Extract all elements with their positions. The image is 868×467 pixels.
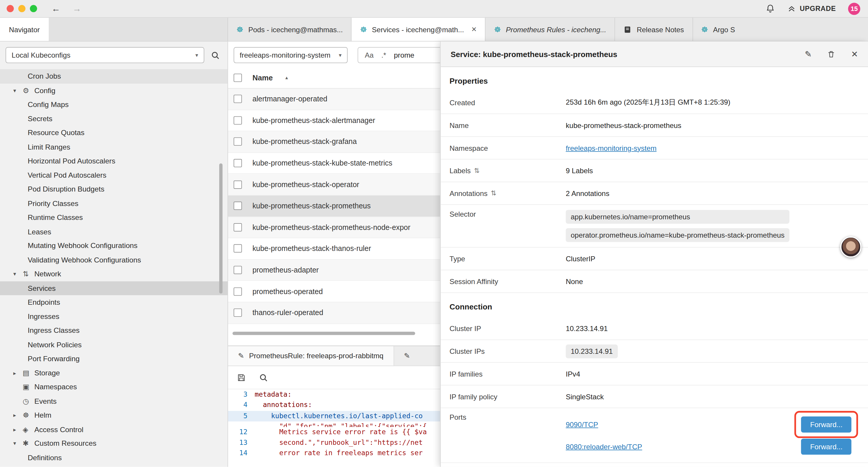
line-number: 3 <box>228 389 255 400</box>
row-checkbox[interactable] <box>234 309 242 317</box>
ip-family-policy-label: IP family policy <box>450 392 565 401</box>
dock-tab-prometheusrule[interactable]: ✎ PrometheusRule: freeleaps-prod-rabbitm… <box>228 346 394 366</box>
tab-services[interactable]: ☸ Services - icecheng@math... ✕ <box>351 18 486 41</box>
sidebar-item-network[interactable]: ▾ ⇅ Network <box>0 267 227 281</box>
sidebar-item-vertical-pod-autoscalers[interactable]: Vertical Pod Autoscalers <box>0 168 227 182</box>
search-icon[interactable] <box>211 51 220 59</box>
row-checkbox[interactable] <box>234 180 242 188</box>
sidebar-item-ingress-classes[interactable]: Ingress Classes <box>0 323 227 338</box>
sidebar-item-namespaces[interactable]: ▣ Namespaces <box>0 380 227 394</box>
chevron-down-icon[interactable]: ▾ <box>13 440 23 447</box>
row-checkbox[interactable] <box>234 116 242 124</box>
sidebar-item-config-maps[interactable]: Config Maps <box>0 97 227 112</box>
notification-badge[interactable]: 15 <box>848 2 860 14</box>
sidebar-item-horizontal-pod-autoscalers[interactable]: Horizontal Pod Autoscalers <box>0 154 227 168</box>
selector-badge[interactable]: operator.prometheus.io/name=kube-prometh… <box>566 228 789 242</box>
forward-icon[interactable]: → <box>72 4 81 13</box>
row-checkbox[interactable] <box>234 138 242 146</box>
row-checkbox[interactable] <box>234 95 242 103</box>
sidebar-item-secrets[interactable]: Secrets <box>0 112 227 126</box>
regex-toggle[interactable]: .* <box>381 51 386 59</box>
sidebar-item-storage[interactable]: ▸ ▤ Storage <box>0 366 227 380</box>
chevron-right-icon[interactable]: ▸ <box>13 412 23 418</box>
sidebar-scrollbar[interactable] <box>219 164 222 293</box>
sidebar-item-events[interactable]: ◷ Events <box>0 394 227 408</box>
trash-icon[interactable] <box>827 50 836 59</box>
tab-navigator[interactable]: Navigator <box>0 18 49 41</box>
sort-icon[interactable]: ⇅ <box>474 167 479 174</box>
sidebar-item-network-policies[interactable]: Network Policies <box>0 338 227 352</box>
sidebar-item-services[interactable]: Services <box>0 281 227 295</box>
sidebar-item-custom-resources[interactable]: ▾ ✱ Custom Resources <box>0 436 227 450</box>
chevron-down-icon[interactable]: ▾ <box>13 271 23 277</box>
sidebar-item-resource-quotas[interactable]: Resource Quotas <box>0 126 227 140</box>
avatar[interactable] <box>840 236 861 258</box>
save-icon[interactable] <box>237 373 246 382</box>
upgrade-button[interactable]: UPGRADE <box>787 5 836 12</box>
row-checkbox[interactable] <box>234 223 242 231</box>
navigator-header: Navigator <box>0 18 228 41</box>
horizontal-scrollbar[interactable] <box>232 331 415 334</box>
tab-release-notes[interactable]: Release Notes <box>615 18 693 41</box>
tab-pods[interactable]: ☸ Pods - icecheng@mathmas... <box>228 18 351 41</box>
sidebar-item-mutating-webhook-configurations[interactable]: Mutating Webhook Configurations <box>0 239 227 253</box>
sidebar-item-cron-jobs[interactable]: Cron Jobs <box>0 69 227 83</box>
sidebar-item-definitions[interactable]: Definitions <box>0 450 227 465</box>
chevron-right-icon[interactable]: ▸ <box>13 426 23 432</box>
namespace-select[interactable]: freeleaps-monitoring-system ▾ <box>234 47 348 63</box>
chevron-right-icon[interactable]: ▸ <box>13 370 23 376</box>
namespace-label: Namespace <box>450 144 565 152</box>
kubeconfig-select-value: Local Kubeconfigs <box>11 51 70 59</box>
sidebar-item-config[interactable]: ▾ ⚙ Config <box>0 83 227 97</box>
sidebar-item-pod-disruption-budgets[interactable]: Pod Disruption Budgets <box>0 182 227 196</box>
bell-icon[interactable] <box>766 4 775 13</box>
match-case-toggle[interactable]: Aa <box>365 51 374 59</box>
chevron-down-icon[interactable]: ▾ <box>13 87 23 94</box>
search-icon[interactable] <box>259 373 268 382</box>
cluster-ips-row: Cluster IPs 10.233.14.91 <box>440 340 868 363</box>
helm-icon: ☸ <box>23 411 34 419</box>
sidebar-item-limit-ranges[interactable]: Limit Ranges <box>0 140 227 154</box>
edit-icon[interactable]: ✎ <box>805 49 812 59</box>
sidebar-item-runtime-classes[interactable]: Runtime Classes <box>0 210 227 225</box>
sidebar-item-access-control[interactable]: ▸ ◈ Access Control <box>0 422 227 437</box>
storage-icon: ▤ <box>23 369 34 377</box>
tab-prometheus-rules[interactable]: ☸ Prometheus Rules - icecheng... <box>486 18 615 41</box>
select-all-checkbox[interactable] <box>234 74 242 82</box>
namespace-link[interactable]: freeleaps-monitoring-system <box>566 144 656 152</box>
name-column-header[interactable]: Name <box>252 74 273 82</box>
back-icon[interactable]: ← <box>52 4 60 13</box>
row-checkbox[interactable] <box>234 266 242 274</box>
sidebar-item-label: Ingresses <box>28 312 59 320</box>
annotations-count[interactable]: 2 Annotations <box>566 189 610 198</box>
close-tab-icon[interactable]: ✕ <box>471 25 477 33</box>
minimize-window-button[interactable] <box>18 5 25 12</box>
network-icon: ⇅ <box>23 270 34 278</box>
sidebar-item-label: Priority Classes <box>28 199 79 207</box>
selector-badge[interactable]: app.kubernetes.io/name=prometheus <box>566 210 789 224</box>
close-window-button[interactable] <box>6 5 13 12</box>
sidebar-item-priority-classes[interactable]: Priority Classes <box>0 196 227 210</box>
sort-icon[interactable]: ⇅ <box>491 189 496 197</box>
maximize-window-button[interactable] <box>30 5 37 12</box>
sidebar-item-validating-webhook-configurations[interactable]: Validating Webhook Configurations <box>0 253 227 267</box>
sidebar-item-port-forwarding[interactable]: Port Forwarding <box>0 352 227 366</box>
port-link[interactable]: 9090/TCP <box>566 420 598 428</box>
close-icon[interactable]: ✕ <box>851 49 858 59</box>
sidebar-item-helm[interactable]: ▸ ☸ Helm <box>0 408 227 422</box>
kubeconfig-select[interactable]: Local Kubeconfigs ▾ <box>6 47 205 63</box>
tab-argo[interactable]: ☸ Argo S <box>693 18 868 41</box>
labels-count[interactable]: 9 Labels <box>566 167 593 175</box>
cluster-ips-badge[interactable]: 10.233.14.91 <box>566 344 618 358</box>
forward-button[interactable]: Forward... <box>801 416 851 432</box>
row-checkbox[interactable] <box>234 159 242 167</box>
row-checkbox[interactable] <box>234 287 242 296</box>
row-checkbox[interactable] <box>234 244 242 253</box>
forward-button[interactable]: Forward... <box>801 438 851 454</box>
sidebar-item-endpoints[interactable]: Endpoints <box>0 295 227 310</box>
port-link[interactable]: 8080:reloader-web/TCP <box>566 442 642 450</box>
sidebar-item-leases[interactable]: Leases <box>0 225 227 239</box>
sidebar-item-ingresses[interactable]: Ingresses <box>0 309 227 323</box>
sort-ascending-icon[interactable]: ▲ <box>284 76 289 80</box>
row-checkbox[interactable] <box>234 202 242 210</box>
